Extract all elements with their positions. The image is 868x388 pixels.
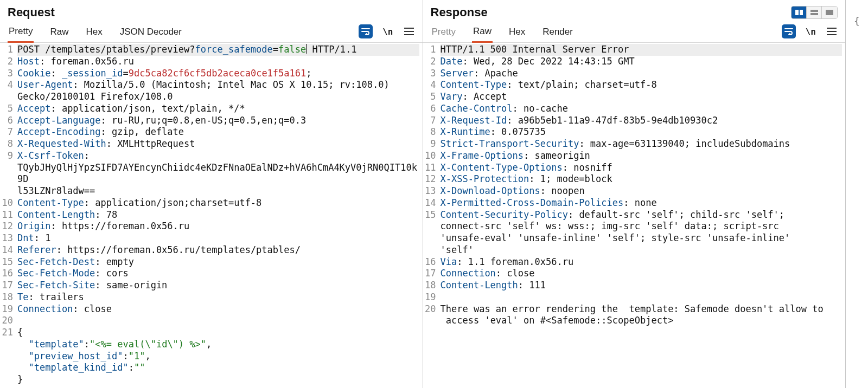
- code-line[interactable]: 20: [1, 315, 419, 327]
- code-line[interactable]: 12X-XSS-Protection: 1; mode=block: [424, 173, 843, 185]
- code-line[interactable]: 20There was an error rendering the templ…: [424, 303, 843, 315]
- line-content[interactable]: Accept-Encoding: gzip, deflate: [17, 126, 419, 138]
- code-line[interactable]: Gecko/20100101 Firefox/108.0: [1, 91, 419, 103]
- code-line[interactable]: TQybJHyQlHjYpzSIFD7AYEncynChiidc4eKDzFNn…: [1, 162, 419, 186]
- code-line[interactable]: "preview_host_id":"1",: [1, 351, 419, 363]
- code-line[interactable]: 7Accept-Encoding: gzip, deflate: [1, 126, 419, 138]
- line-content[interactable]: Content-Security-Policy: default-src 'se…: [441, 209, 843, 221]
- line-content[interactable]: X-Runtime: 0.075735: [441, 126, 843, 138]
- code-line[interactable]: 16Via: 1.1 foreman.0x56.ru: [424, 256, 843, 268]
- tab-raw[interactable]: Raw: [49, 24, 69, 42]
- line-content[interactable]: X-Csrf-Token:: [17, 150, 419, 162]
- request-editor[interactable]: 1POST /templates/ptables/preview?force_s…: [0, 43, 423, 388]
- code-line[interactable]: l53LZNr8ladw==: [1, 185, 419, 197]
- inspector-handle-icon[interactable]: {: [846, 15, 868, 27]
- code-line[interactable]: 8X-Requested-With: XMLHttpRequest: [1, 138, 419, 150]
- layout-side-by-side-icon[interactable]: [792, 7, 807, 18]
- code-line[interactable]: 4Content-Type: text/plain; charset=utf-8: [424, 79, 843, 91]
- line-content[interactable]: X-XSS-Protection: 1; mode=block: [441, 173, 843, 185]
- line-content[interactable]: "template_kind_id":"": [17, 362, 419, 374]
- line-content[interactable]: Server: Apache: [441, 68, 843, 80]
- wrap-lines-icon[interactable]: [782, 24, 796, 38]
- code-line[interactable]: 13Dnt: 1: [1, 232, 419, 244]
- line-content[interactable]: Strict-Transport-Security: max-age=63113…: [441, 138, 843, 150]
- code-line[interactable]: 3Server: Apache: [424, 68, 843, 80]
- code-line[interactable]: 9Strict-Transport-Security: max-age=6311…: [424, 138, 843, 150]
- code-line[interactable]: 6Accept-Language: ru-RU,ru;q=0.8,en-US;q…: [1, 115, 419, 127]
- line-content[interactable]: Dnt: 1: [17, 232, 419, 244]
- line-content[interactable]: Accept: application/json, text/plain, */…: [17, 103, 419, 115]
- line-content[interactable]: Referer: https://foreman.0x56.ru/templat…: [17, 244, 419, 256]
- line-content[interactable]: l53LZNr8ladw==: [17, 185, 419, 197]
- tab-pretty[interactable]: Pretty: [431, 24, 457, 42]
- response-editor[interactable]: 1HTTP/1.1 500 Internal Server Error2Date…: [423, 43, 846, 388]
- editor-menu-icon[interactable]: [826, 25, 838, 37]
- line-content[interactable]: access 'eval' on #<Safemode::ScopeObject…: [441, 315, 843, 327]
- code-line[interactable]: 1HTTP/1.1 500 Internal Server Error: [424, 44, 843, 56]
- line-content[interactable]: Connection: close: [17, 303, 419, 315]
- line-content[interactable]: X-Requested-With: XMLHttpRequest: [17, 138, 419, 150]
- layout-stacked-icon[interactable]: [807, 7, 822, 18]
- code-line[interactable]: 17Sec-Fetch-Site: same-origin: [1, 280, 419, 292]
- line-content[interactable]: HTTP/1.1 500 Internal Server Error: [441, 44, 843, 56]
- line-content[interactable]: Te: trailers: [17, 292, 419, 303]
- code-line[interactable]: 18Te: trailers: [1, 292, 419, 303]
- code-line[interactable]: 7X-Request-Id: a96b5eb1-11a9-47df-83b5-9…: [424, 115, 843, 127]
- line-content[interactable]: Content-Type: text/plain; charset=utf-8: [441, 79, 843, 91]
- wrap-lines-icon[interactable]: [359, 24, 373, 38]
- line-content[interactable]: Host: foreman.0x56.ru: [17, 56, 419, 68]
- tab-raw[interactable]: Raw: [472, 24, 493, 43]
- layout-single-icon[interactable]: [822, 7, 837, 18]
- code-line[interactable]: 13X-Download-Options: noopen: [424, 185, 843, 197]
- code-line[interactable]: 17Connection: close: [424, 268, 843, 280]
- line-content[interactable]: Via: 1.1 foreman.0x56.ru: [441, 256, 843, 268]
- code-line[interactable]: access 'eval' on #<Safemode::ScopeObject…: [424, 315, 843, 327]
- line-content[interactable]: 'unsafe-eval' 'unsafe-inline' 'self'; st…: [441, 232, 843, 244]
- code-line[interactable]: }: [1, 374, 419, 386]
- code-line[interactable]: 10Content-Type: application/json;charset…: [1, 197, 419, 209]
- line-content[interactable]: Sec-Fetch-Mode: cors: [17, 268, 419, 280]
- code-line[interactable]: 4User-Agent: Mozilla/5.0 (Macintosh; Int…: [1, 79, 419, 91]
- line-content[interactable]: Content-Type: application/json;charset=u…: [17, 197, 419, 209]
- line-content[interactable]: {: [17, 327, 419, 339]
- show-newlines-button[interactable]: \n: [806, 27, 816, 37]
- line-content[interactable]: There was an error rendering the templat…: [441, 303, 843, 315]
- code-line[interactable]: 19Connection: close: [1, 303, 419, 315]
- code-line[interactable]: 14X-Permitted-Cross-Domain-Policies: non…: [424, 197, 843, 209]
- show-newlines-button[interactable]: \n: [382, 27, 393, 37]
- code-line[interactable]: connect-src 'self' ws: wss:; img-src 'se…: [424, 221, 843, 232]
- tab-json-decoder[interactable]: JSON Decoder: [119, 24, 183, 42]
- code-line[interactable]: 12Origin: https://foreman.0x56.ru: [1, 221, 419, 232]
- code-line[interactable]: "template":"<%= eval(\"id\") %>",: [1, 339, 419, 351]
- line-content[interactable]: Cookie: _session_id=9dc5ca82cf6cf5db2ace…: [17, 68, 419, 80]
- line-content[interactable]: POST /templates/ptables/preview?force_sa…: [17, 44, 419, 56]
- line-content[interactable]: X-Content-Type-Options: nosniff: [441, 162, 843, 174]
- code-line[interactable]: 2Host: foreman.0x56.ru: [1, 56, 419, 68]
- code-line[interactable]: 'unsafe-eval' 'unsafe-inline' 'self'; st…: [424, 232, 843, 244]
- line-content[interactable]: Sec-Fetch-Site: same-origin: [17, 280, 419, 292]
- line-content[interactable]: Origin: https://foreman.0x56.ru: [17, 221, 419, 232]
- line-content[interactable]: X-Request-Id: a96b5eb1-11a9-47df-83b5-9e…: [441, 115, 843, 127]
- line-content[interactable]: }: [17, 374, 419, 386]
- code-line[interactable]: 19: [424, 292, 843, 303]
- editor-menu-icon[interactable]: [403, 25, 415, 37]
- line-content[interactable]: 'self': [441, 244, 843, 256]
- code-line[interactable]: 11X-Content-Type-Options: nosniff: [424, 162, 843, 174]
- line-content[interactable]: Cache-Control: no-cache: [441, 103, 843, 115]
- code-line[interactable]: 5Accept: application/json, text/plain, *…: [1, 103, 419, 115]
- line-content[interactable]: Gecko/20100101 Firefox/108.0: [17, 91, 419, 103]
- line-content[interactable]: "template":"<%= eval(\"id\") %>",: [17, 339, 419, 351]
- line-content[interactable]: User-Agent: Mozilla/5.0 (Macintosh; Inte…: [17, 79, 419, 91]
- code-line[interactable]: 11Content-Length: 78: [1, 209, 419, 221]
- line-content[interactable]: TQybJHyQlHjYpzSIFD7AYEncynChiidc4eKDzFNn…: [17, 162, 419, 186]
- line-content[interactable]: X-Download-Options: noopen: [441, 185, 843, 197]
- code-line[interactable]: 15Content-Security-Policy: default-src '…: [424, 209, 843, 221]
- code-line[interactable]: "template_kind_id":"": [1, 362, 419, 374]
- line-content[interactable]: X-Frame-Options: sameorigin: [441, 150, 843, 162]
- line-content[interactable]: Date: Wed, 28 Dec 2022 14:43:15 GMT: [441, 56, 843, 68]
- line-content[interactable]: Content-Length: 111: [441, 280, 843, 292]
- code-line[interactable]: 15Sec-Fetch-Dest: empty: [1, 256, 419, 268]
- line-content[interactable]: Vary: Accept: [441, 91, 843, 103]
- code-line[interactable]: 18Content-Length: 111: [424, 280, 843, 292]
- code-line[interactable]: 14Referer: https://foreman.0x56.ru/templ…: [1, 244, 419, 256]
